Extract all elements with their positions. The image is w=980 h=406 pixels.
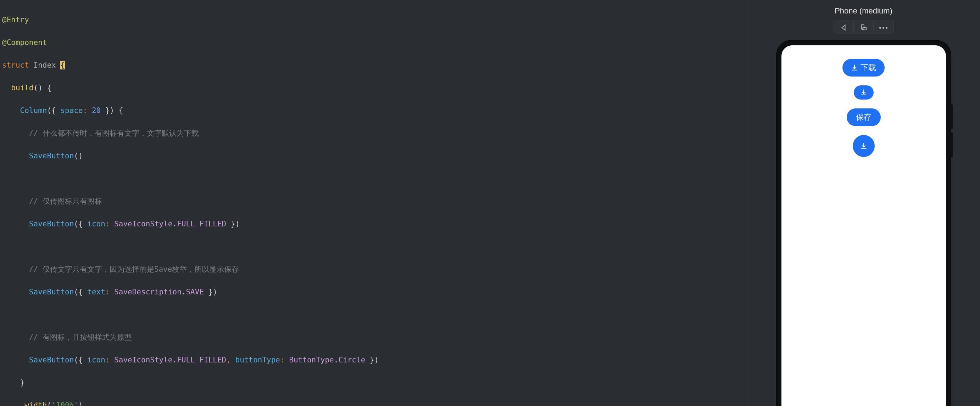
str-width: '100%'	[51, 401, 78, 406]
prop-space: space	[60, 106, 83, 115]
comment-4: // 有图标，且按钮样式为原型	[29, 333, 132, 341]
save-button-text-only[interactable]: 保存	[847, 108, 881, 126]
enum-buttontype: ButtonType	[289, 356, 334, 364]
prop-text: text	[87, 288, 105, 296]
save-button-default-label: 下载	[861, 62, 876, 73]
preview-toolbar	[834, 20, 894, 34]
phone-side-key	[951, 133, 953, 157]
preview-panel: Phone (medium)	[747, 0, 980, 406]
prop-icon: icon	[87, 220, 105, 228]
triangle-left-icon	[840, 24, 847, 32]
call-savebutton-4: SaveButton	[29, 356, 74, 364]
brace-open-highlight: {	[60, 61, 65, 70]
call-savebutton-1: SaveButton	[29, 152, 74, 160]
dots-icon	[879, 27, 881, 29]
call-savebutton-2: SaveButton	[29, 220, 74, 228]
struct-name: Index	[34, 61, 56, 70]
num-space: 20	[92, 106, 101, 115]
preview-device-label: Phone (medium)	[835, 6, 892, 16]
annotation-entry: @Entry	[2, 16, 29, 24]
phone-frame: 下载 保存	[776, 40, 951, 406]
enum-savedescription: SaveDescription	[114, 288, 181, 296]
preview-rotate-button[interactable]	[854, 20, 873, 34]
enum-saveiconstyle: SaveIconStyle	[114, 220, 172, 228]
comment-2: // 仅传图标只有图标	[29, 197, 102, 206]
enum-save: SAVE	[186, 288, 204, 296]
prop-buttontype: buttonType	[235, 356, 280, 364]
preview-more-button[interactable]	[873, 20, 894, 34]
save-button-circle[interactable]	[853, 135, 875, 157]
enum-saveiconstyle2: SaveIconStyle	[114, 356, 172, 364]
download-icon	[851, 64, 858, 71]
preview-back-button[interactable]	[834, 20, 854, 34]
phone-screen: 下载 保存	[781, 45, 946, 406]
comment-3: // 仅传文字只有文字，因为选择的是Save枚举，所以显示保存	[29, 265, 239, 273]
prop-icon2: icon	[87, 356, 105, 364]
call-column: Column	[20, 106, 47, 115]
comment-1: // 什么都不传时，有图标有文字，文字默认为下载	[29, 129, 199, 138]
save-button-icon-only[interactable]	[854, 86, 873, 100]
annotation-component: @Component	[2, 38, 47, 47]
call-savebutton-3: SaveButton	[29, 288, 74, 296]
save-button-default[interactable]: 下载	[842, 59, 885, 76]
device-rotate-icon	[859, 24, 867, 32]
enum-fullfilled: FULL_FILLED	[177, 220, 226, 228]
download-icon	[860, 143, 867, 149]
code-editor[interactable]: @Entry @Component struct Index { build()…	[0, 0, 747, 406]
keyword-struct: struct	[2, 61, 29, 70]
func-build: build	[11, 84, 33, 92]
enum-circle: Circle	[338, 356, 365, 364]
download-icon	[860, 89, 867, 96]
chain-width: width	[24, 401, 47, 406]
enum-fullfilled2: FULL_FILLED	[177, 356, 226, 364]
phone-side-key	[951, 104, 953, 129]
save-button-text-only-label: 保存	[856, 112, 872, 122]
